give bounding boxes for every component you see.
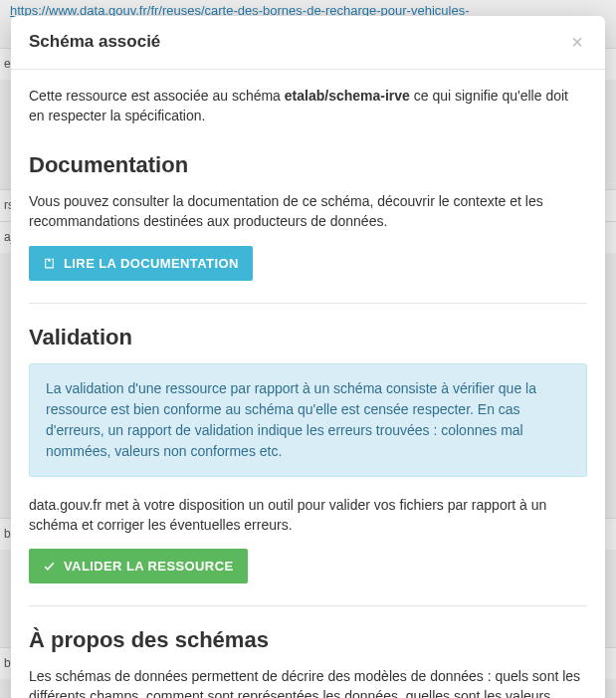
schema-modal: Schéma associé × Cette ressource est ass… (11, 16, 605, 698)
validation-heading: Validation (29, 322, 587, 353)
page-background: https://www.data.gouv.fr/fr/reuses/carte… (0, 0, 616, 698)
read-documentation-button[interactable]: Lire la documentation (29, 246, 253, 281)
button-label: Lire la documentation (64, 256, 239, 271)
close-button[interactable]: × (567, 32, 587, 52)
about-heading: À propos des schémas (29, 624, 587, 656)
modal-title: Schéma associé (29, 30, 160, 55)
check-icon (43, 560, 56, 573)
modal-body: Cette ressource est associée au schéma e… (11, 70, 605, 698)
close-icon: × (571, 32, 583, 52)
modal-header: Schéma associé × (11, 16, 605, 70)
documentation-heading: Documentation (29, 149, 587, 181)
validate-resource-button[interactable]: Valider la ressource (29, 549, 248, 583)
button-label: Valider la ressource (64, 559, 234, 574)
documentation-text: Vous pouvez consulter la documentation d… (29, 191, 587, 232)
about-text: Les schémas de données permettent de déc… (29, 666, 587, 698)
book-icon (43, 257, 56, 270)
divider (29, 303, 587, 304)
validation-text: data.gouv.fr met à votre disposition un … (29, 495, 587, 536)
divider (29, 605, 587, 606)
validation-info-panel: La validation d'une ressource par rappor… (29, 363, 587, 477)
schema-name: etalab/schema-irve (285, 88, 410, 104)
intro-text: Cette ressource est associée au schéma e… (29, 86, 587, 126)
